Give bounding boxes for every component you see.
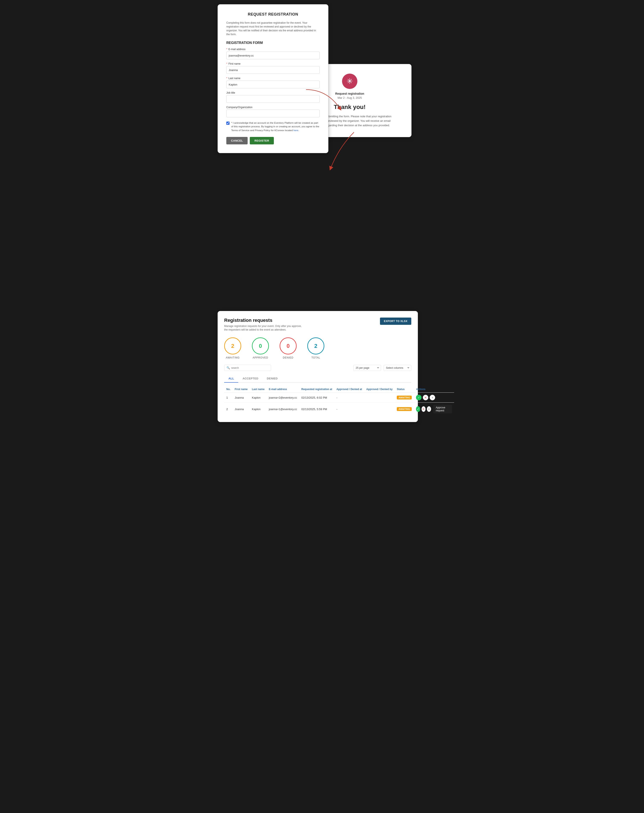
- col-requested-at: Requested registration at: [299, 386, 334, 393]
- cell-approved-denied-at: -: [334, 393, 364, 403]
- lastname-field-group: * Last name: [226, 77, 320, 88]
- stat-total: 2 TOTAL: [307, 337, 324, 359]
- firstname-label: * First name: [226, 62, 320, 65]
- jobtitle-label: Job title: [226, 91, 320, 94]
- controls-row: 🔍 25 per page 50 per page 100 per page S…: [224, 365, 411, 371]
- cell-no: 2: [224, 403, 233, 416]
- checkbox-text: * I acknowledge that an account on the E…: [231, 121, 320, 132]
- table-header-row: Registration requests Manage registratio…: [224, 318, 411, 331]
- awaiting-circle: 2: [224, 337, 241, 354]
- total-label: TOTAL: [311, 356, 320, 359]
- total-circle: 2: [307, 337, 324, 354]
- form-buttons: CANCEL REGISTER: [226, 137, 320, 144]
- search-input[interactable]: [231, 367, 269, 370]
- jobtitle-field-group: Job title: [226, 91, 320, 103]
- star-icon: ✳: [347, 77, 353, 85]
- acknowledge-checkbox[interactable]: [226, 121, 229, 125]
- cell-firstname: Joanna: [233, 393, 250, 403]
- cell-lastname: Kaplon: [250, 393, 266, 403]
- table-header-row: No. First name Last name E-mail address …: [224, 386, 454, 393]
- table-row: 1 Joanna Kaplon joanna+2@eventory.cc 02/…: [224, 393, 454, 403]
- cell-email: joanna+2@eventory.cc: [266, 393, 299, 403]
- denied-circle: 0: [280, 337, 297, 354]
- status-badge: AWAITING: [397, 407, 412, 411]
- stat-denied: 0 DENIED: [280, 337, 297, 359]
- col-lastname: Last name: [250, 386, 266, 393]
- table-header-left: Registration requests Manage registratio…: [224, 318, 305, 331]
- tabs-row: ALL ACCEPTED DENIED: [224, 375, 411, 383]
- approved-label: APPROVED: [252, 356, 268, 359]
- stat-awaiting: 2 AWAITING: [224, 337, 241, 359]
- approve-button[interactable]: ✓: [416, 406, 420, 412]
- col-email: E-mail address: [266, 386, 299, 393]
- registration-form-panel: REQUEST REGISTRATION Completing this for…: [217, 4, 328, 153]
- form-disclaimer: Completing this form does not guarantee …: [226, 21, 320, 36]
- cell-requested-at: 02/13/2025, 6:02 PM: [299, 393, 334, 403]
- details-button[interactable]: ≡: [430, 395, 435, 400]
- table-title: Registration requests: [224, 318, 305, 323]
- table-subtitle: Manage registration requests for your ev…: [224, 324, 305, 331]
- checkbox-section: * I acknowledge that an account on the E…: [226, 121, 320, 132]
- status-badge: AWAITING: [397, 396, 412, 399]
- privacy-link[interactable]: here: [294, 129, 298, 132]
- lastname-input[interactable]: [226, 81, 320, 88]
- tab-accepted[interactable]: ACCEPTED: [238, 375, 263, 383]
- cell-approved-denied-at: -: [334, 403, 364, 416]
- columns-select[interactable]: Select columns: [384, 365, 411, 371]
- email-field-group: * E-mail address: [226, 48, 320, 59]
- email-label: * E-mail address: [226, 48, 320, 51]
- col-approved-denied-at: Approved / Denied at: [334, 386, 364, 393]
- search-icon: 🔍: [226, 366, 230, 370]
- denied-label: DENIED: [283, 356, 294, 359]
- export-button[interactable]: EXPORT TO XLSX: [380, 318, 411, 325]
- details-button[interactable]: ≡: [427, 406, 431, 412]
- col-firstname: First name: [233, 386, 250, 393]
- tab-denied[interactable]: DENIED: [263, 375, 282, 383]
- awaiting-label: AWAITING: [226, 356, 240, 359]
- table-row: 2 Joanna Kaplon joanna+1@eventory.cc 02/…: [224, 403, 454, 416]
- per-page-select[interactable]: 25 per page 50 per page 100 per page: [353, 365, 381, 371]
- requests-table: No. First name Last name E-mail address …: [224, 386, 454, 416]
- cell-approved-denied-by: [364, 393, 395, 403]
- approve-button[interactable]: ✓: [416, 395, 422, 400]
- cell-actions: ✓ ✕ ≡ Approve request: [414, 403, 454, 416]
- cell-requested-at: 02/13/2025, 5:59 PM: [299, 403, 334, 416]
- search-box: 🔍: [224, 365, 271, 371]
- approved-circle: 0: [252, 337, 269, 354]
- action-icons: ✓ ✕ ≡ Approve request: [416, 405, 452, 413]
- event-icon-circle: ✳: [342, 74, 357, 89]
- col-approved-denied-by: Approved / Denied by: [364, 386, 395, 393]
- cell-status: AWAITING: [395, 403, 414, 416]
- email-input[interactable]: [226, 52, 320, 59]
- cell-status: AWAITING: [395, 393, 414, 403]
- cell-firstname: Joanna: [233, 403, 250, 416]
- jobtitle-input[interactable]: [226, 95, 320, 103]
- cell-no: 1: [224, 393, 233, 403]
- deny-button[interactable]: ✕: [422, 406, 426, 412]
- company-field-group: Company/Organization: [226, 106, 320, 117]
- firstname-input[interactable]: [226, 66, 320, 74]
- cell-lastname: Kaplon: [250, 403, 266, 416]
- company-input[interactable]: [226, 110, 320, 117]
- cell-approved-denied-by: [364, 403, 395, 416]
- firstname-field-group: * First name: [226, 62, 320, 74]
- col-actions: Actions: [414, 386, 454, 393]
- deny-button[interactable]: ✕: [423, 395, 428, 400]
- company-label: Company/Organization: [226, 106, 320, 109]
- cell-email: joanna+1@eventory.cc: [266, 403, 299, 416]
- form-section-title: REGISTRATION FORM: [226, 41, 320, 45]
- tab-all[interactable]: ALL: [224, 375, 238, 383]
- requests-panel: Registration requests Manage registratio…: [217, 311, 418, 422]
- form-title: REQUEST REGISTRATION: [226, 12, 320, 17]
- stats-row: 2 AWAITING 0 APPROVED 0 DENIED 2 TOTAL: [224, 337, 411, 359]
- cell-actions: ✓ ✕ ≡: [414, 393, 454, 403]
- cancel-button[interactable]: CANCEL: [226, 137, 248, 144]
- register-button[interactable]: REGISTER: [250, 137, 274, 144]
- col-no: No.: [224, 386, 233, 393]
- lastname-label: * Last name: [226, 77, 320, 80]
- col-status: Status: [395, 386, 414, 393]
- action-icons: ✓ ✕ ≡: [416, 395, 452, 400]
- stat-approved: 0 APPROVED: [252, 337, 269, 359]
- tooltip-approve: Approve request: [433, 405, 452, 413]
